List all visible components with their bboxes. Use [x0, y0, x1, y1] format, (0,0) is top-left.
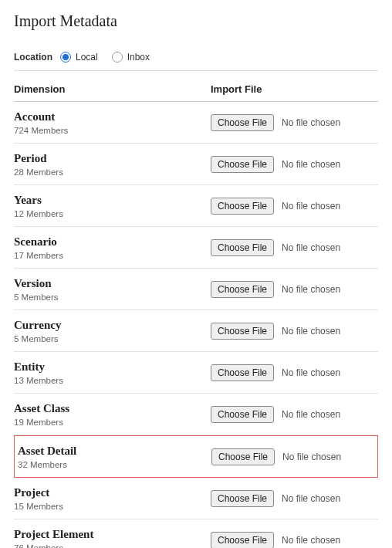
file-status: No file chosen — [282, 535, 340, 546]
dimension-members: 15 Members — [14, 502, 211, 511]
dimension-members: 5 Members — [14, 293, 211, 302]
choose-file-button[interactable]: Choose File — [211, 406, 274, 423]
choose-file-button[interactable]: Choose File — [211, 448, 275, 465]
choose-file-button[interactable]: Choose File — [211, 532, 274, 549]
file-status: No file chosen — [282, 493, 340, 504]
table-row: Asset Detail32 MembersChoose FileNo file… — [14, 435, 378, 478]
dimension-name: Asset Detail — [18, 444, 211, 458]
choose-file-button[interactable]: Choose File — [211, 323, 274, 340]
import-file-cell: Choose FileNo file chosen — [211, 323, 378, 340]
table-row: Period28 MembersChoose FileNo file chose… — [14, 144, 378, 185]
location-radio-inbox[interactable]: Inbox — [112, 52, 150, 63]
dimension-cell: Currency5 Members — [14, 318, 211, 343]
dimension-members: 76 Members — [14, 543, 211, 548]
dimension-name: Currency — [14, 318, 211, 332]
file-status: No file chosen — [282, 201, 340, 211]
dimension-cell: Years12 Members — [14, 193, 211, 218]
file-status: No file chosen — [282, 242, 340, 253]
dimension-name: Account — [14, 110, 211, 123]
dimension-cell: Asset Class19 Members — [14, 401, 211, 427]
dimension-cell: Scenario17 Members — [14, 235, 211, 260]
dimension-members: 32 Members — [18, 460, 211, 469]
table-row: Currency5 MembersChoose FileNo file chos… — [14, 310, 378, 352]
column-dimension: Dimension — [14, 83, 211, 95]
dimension-members: 13 Members — [14, 376, 211, 385]
file-status: No file chosen — [282, 409, 340, 420]
table-row: Account724 MembersChoose FileNo file cho… — [14, 102, 378, 144]
dimension-name: Version — [14, 276, 211, 290]
import-file-cell: Choose FileNo file chosen — [211, 156, 378, 173]
choose-file-button[interactable]: Choose File — [211, 281, 274, 298]
dimension-name: Years — [14, 193, 211, 207]
import-file-cell: Choose FileNo file chosen — [211, 281, 378, 298]
import-file-cell: Choose FileNo file chosen — [211, 198, 378, 215]
dimension-cell: Period28 Members — [14, 151, 211, 177]
location-label: Location — [14, 52, 52, 63]
radio-label: Local — [76, 52, 98, 63]
import-file-cell: Choose FileNo file chosen — [211, 448, 374, 465]
import-file-cell: Choose FileNo file chosen — [211, 364, 378, 381]
dimension-cell: Version5 Members — [14, 276, 211, 302]
location-radio-local[interactable]: Local — [60, 52, 98, 63]
dimension-members: 17 Members — [14, 251, 211, 260]
table-row: Project15 MembersChoose FileNo file chos… — [14, 478, 378, 519]
dimension-members: 19 Members — [14, 418, 211, 427]
dimension-name: Project Element — [14, 527, 211, 541]
import-file-cell: Choose FileNo file chosen — [211, 114, 378, 131]
dimension-name: Project — [14, 485, 211, 499]
dimension-name: Period — [14, 151, 211, 165]
dimension-cell: Project15 Members — [14, 485, 211, 511]
choose-file-button[interactable]: Choose File — [211, 490, 274, 507]
dimensions-table: Dimension Import File Account724 Members… — [14, 77, 378, 548]
file-status: No file chosen — [282, 326, 340, 337]
dimension-members: 724 Members — [14, 126, 211, 135]
dimension-members: 12 Members — [14, 209, 211, 218]
table-row: Version5 MembersChoose FileNo file chose… — [14, 269, 378, 310]
radio-icon — [112, 52, 123, 63]
table-body: Account724 MembersChoose FileNo file cho… — [14, 102, 378, 548]
radio-label: Inbox — [127, 52, 150, 63]
file-status: No file chosen — [282, 117, 340, 128]
choose-file-button[interactable]: Choose File — [211, 198, 274, 215]
dimension-cell: Entity13 Members — [14, 360, 211, 385]
column-import-file: Import File — [211, 83, 378, 95]
choose-file-button[interactable]: Choose File — [211, 239, 274, 256]
table-row: Entity13 MembersChoose FileNo file chose… — [14, 352, 378, 394]
dimension-members: 5 Members — [14, 334, 211, 343]
choose-file-button[interactable]: Choose File — [211, 156, 274, 173]
import-file-cell: Choose FileNo file chosen — [211, 239, 378, 256]
file-status: No file chosen — [282, 159, 340, 170]
import-file-cell: Choose FileNo file chosen — [211, 490, 378, 507]
dimension-name: Asset Class — [14, 401, 211, 415]
dimension-cell: Asset Detail32 Members — [18, 444, 211, 469]
import-file-cell: Choose FileNo file chosen — [211, 532, 378, 549]
location-radio-group: LocalInbox — [60, 52, 150, 63]
table-header: Dimension Import File — [14, 77, 378, 102]
table-row: Scenario17 MembersChoose FileNo file cho… — [14, 227, 378, 269]
file-status: No file chosen — [282, 452, 341, 462]
import-file-cell: Choose FileNo file chosen — [211, 406, 378, 423]
choose-file-button[interactable]: Choose File — [211, 114, 274, 131]
file-status: No file chosen — [282, 367, 340, 378]
file-status: No file chosen — [282, 284, 340, 295]
radio-icon — [60, 52, 71, 63]
page-title: Import Metadata — [14, 12, 378, 30]
dimension-name: Entity — [14, 360, 211, 374]
choose-file-button[interactable]: Choose File — [211, 364, 274, 381]
table-row: Years12 MembersChoose FileNo file chosen — [14, 185, 378, 227]
dimension-cell: Project Element76 Members — [14, 527, 211, 548]
table-row: Asset Class19 MembersChoose FileNo file … — [14, 394, 378, 435]
dimension-cell: Account724 Members — [14, 110, 211, 135]
dimension-members: 28 Members — [14, 167, 211, 177]
dimension-name: Scenario — [14, 235, 211, 249]
table-row: Project Element76 MembersChoose FileNo f… — [14, 519, 378, 548]
location-row: Location LocalInbox — [14, 52, 378, 71]
